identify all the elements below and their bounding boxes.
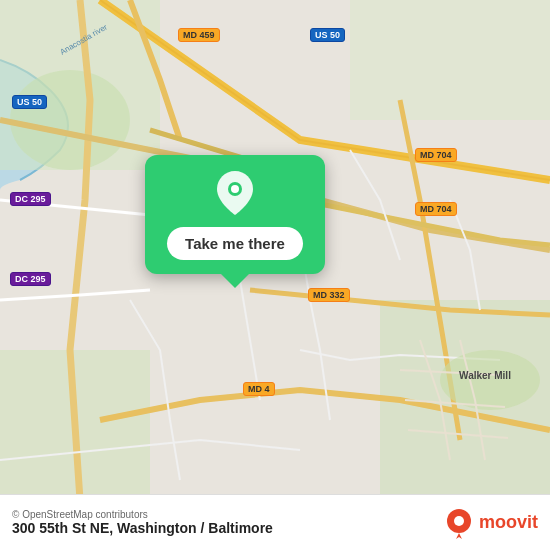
bottom-bar-info: © OpenStreetMap contributors 300 55th St…: [12, 509, 273, 536]
osm-attribution: © OpenStreetMap contributors: [12, 509, 273, 520]
road-label-us50-left: US 50: [12, 95, 47, 109]
road-label-md459: MD 459: [178, 28, 220, 42]
moovit-text: moovit: [479, 512, 538, 533]
road-label-dc295-2: DC 295: [10, 272, 51, 286]
popup-card: Take me there: [145, 155, 325, 274]
moovit-pin-icon: [443, 507, 475, 539]
location-pin-icon: [217, 171, 253, 219]
map-background: Anacostia river: [0, 0, 550, 550]
road-label-dc295-1: DC 295: [10, 192, 51, 206]
svg-point-9: [231, 185, 239, 193]
road-label-us50-top: US 50: [310, 28, 345, 42]
svg-point-11: [454, 516, 464, 526]
svg-rect-3: [350, 0, 550, 120]
map-container: Anacostia river US 50 US 50 MD 459 MD 70…: [0, 0, 550, 550]
moovit-logo: moovit: [443, 507, 538, 539]
address-label: 300 55th St NE, Washington / Baltimore: [12, 520, 273, 536]
road-label-md4: MD 4: [243, 382, 275, 396]
road-label-md704-2: MD 704: [415, 202, 457, 216]
svg-point-2: [10, 70, 130, 170]
bottom-bar: © OpenStreetMap contributors 300 55th St…: [0, 494, 550, 550]
take-me-there-button[interactable]: Take me there: [167, 227, 303, 260]
walker-mill-label: Walker Mill: [450, 370, 520, 381]
road-label-md704-1: MD 704: [415, 148, 457, 162]
road-label-md332: MD 332: [308, 288, 350, 302]
